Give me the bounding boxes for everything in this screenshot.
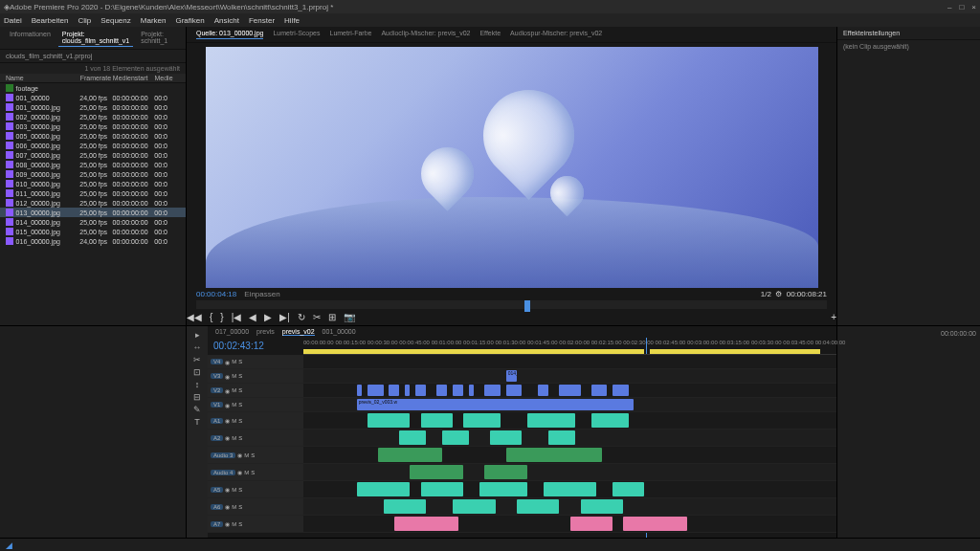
step-back-button[interactable]: ◀	[249, 312, 256, 322]
menu-bearbeiten[interactable]: Bearbeiten	[32, 16, 69, 25]
timecode-in[interactable]: 00:00:04:18	[196, 290, 236, 298]
new-item-icon[interactable]: ◢	[6, 540, 12, 550]
track-header[interactable]: V4◉MS	[208, 355, 303, 369]
audio-clip[interactable]	[394, 517, 458, 531]
menu-ansicht[interactable]: Ansicht	[214, 16, 239, 25]
bin-row[interactable]: 016_00000.jpg24,00 fps00:00:00:0000:0	[0, 236, 186, 246]
bin-row[interactable]: 001_0000024,00 fps00:00:00:0000:0	[0, 93, 186, 102]
seq-tab-3[interactable]: 001_00000	[323, 328, 356, 336]
export-frame-button[interactable]: 📷	[344, 312, 355, 322]
video-clip[interactable]	[415, 385, 426, 396]
bin-row[interactable]: 006_00000.jpg25,00 fps00:00:00:0000:0	[0, 141, 186, 150]
bin-row[interactable]: 007_00000.jpg25,00 fps00:00:00:0000:0	[0, 150, 186, 160]
video-clip[interactable]	[436, 385, 447, 396]
bin-row[interactable]: 013_00000.jpg25,00 fps00:00:00:0000:0	[0, 208, 186, 217]
video-clip[interactable]	[559, 385, 580, 396]
audio-clip[interactable]	[490, 430, 522, 445]
bin-row[interactable]: 012_00000.jpg25,00 fps00:00:00:0000:0	[0, 198, 186, 208]
video-clip[interactable]	[612, 385, 629, 396]
audio-clip[interactable]	[517, 499, 560, 514]
razor-tool[interactable]: ⊡	[193, 367, 201, 377]
audio-clip[interactable]	[548, 430, 575, 445]
audio-clip[interactable]	[544, 482, 597, 496]
track-header[interactable]: A1◉MS	[208, 412, 303, 430]
go-out-button[interactable]: ↻	[298, 312, 305, 322]
bin-row[interactable]: 010_00000.jpg25,00 fps00:00:00:0000:0	[0, 179, 186, 188]
bin-row[interactable]: 001_00000.jpg25,00 fps00:00:00:0000:0	[0, 102, 186, 112]
timeline-lanes[interactable]: 014_0000previs_02_v003.w	[303, 355, 836, 538]
tab-effects[interactable]: Effekte	[479, 30, 501, 39]
fit-dropdown[interactable]: Einpassen	[244, 290, 279, 298]
selection-tool[interactable]: ▸	[195, 330, 200, 340]
bin-row[interactable]: 014_00000.jpg25,00 fps00:00:00:0000:0	[0, 217, 186, 227]
tab-source[interactable]: Quelle: 013_00000.jpg	[196, 30, 263, 39]
timeline-playhead[interactable]	[646, 338, 647, 354]
bin-row[interactable]: 005_00000.jpg25,00 fps00:00:00:0000:0	[0, 131, 186, 141]
video-clip[interactable]: previs_02_v003.w	[357, 399, 635, 410]
audio-clip[interactable]	[410, 465, 463, 479]
insert-button[interactable]: ✂	[313, 312, 321, 322]
hand-tool[interactable]: ✎	[193, 405, 201, 414]
master-timecode[interactable]: 00:02:43:12	[208, 338, 303, 354]
menu-clip[interactable]: Clip	[78, 16, 91, 25]
settings-icon[interactable]: ⚙	[775, 290, 782, 298]
overwrite-button[interactable]: ⊞	[328, 312, 336, 322]
type-tool[interactable]: T	[194, 417, 200, 427]
bin-row[interactable]: 009_00000.jpg25,00 fps00:00:00:0000:0	[0, 169, 186, 179]
audio-clip[interactable]	[570, 517, 613, 531]
menu-marken[interactable]: Marken	[141, 16, 167, 25]
audio-clip[interactable]	[581, 499, 624, 514]
video-clip[interactable]	[357, 385, 363, 396]
in-bracket-button[interactable]: {	[210, 312, 212, 322]
pen-tool[interactable]: ⊟	[193, 392, 201, 402]
audio-clip[interactable]	[421, 413, 453, 428]
track-header[interactable]: V1◉MS	[208, 398, 303, 412]
audio-clip[interactable]	[479, 482, 527, 496]
audio-clip[interactable]	[421, 482, 464, 496]
audio-clip[interactable]	[463, 413, 501, 428]
menu-grafiken[interactable]: Grafiken	[175, 16, 204, 25]
menu-datei[interactable]: Datei	[4, 16, 22, 25]
tab-project2[interactable]: Projekt: schnitt_1	[137, 29, 180, 47]
track-header[interactable]: A5◉MS	[208, 481, 303, 498]
tab-audioclip-mixer[interactable]: Audioclip-Mischer: previs_v02	[381, 30, 470, 39]
video-clip[interactable]	[484, 385, 501, 396]
seq-tab-1[interactable]: previs	[256, 328, 275, 336]
play-button[interactable]: ▶	[264, 312, 272, 322]
audio-clip[interactable]	[357, 482, 411, 496]
bin-row[interactable]: 008_00000.jpg25,00 fps00:00:00:0000:0	[0, 160, 186, 169]
tab-project[interactable]: Projekt: clouds_film_schnitt_v1	[58, 29, 133, 47]
timeline-ruler[interactable]: 00:00:00:0000:00:15:0000:00:30:0000:00:4…	[303, 338, 836, 355]
go-in-button[interactable]: |◀	[232, 312, 242, 322]
audio-clip[interactable]	[612, 482, 644, 496]
tab-info[interactable]: Informationen	[6, 29, 55, 47]
ripple-tool[interactable]: ✂	[193, 355, 201, 364]
audio-clip[interactable]	[591, 413, 629, 428]
audio-clip[interactable]	[453, 499, 496, 514]
bin-row[interactable]: footage	[0, 83, 186, 93]
audio-clip[interactable]	[384, 499, 427, 514]
track-select-tool[interactable]: ↔	[193, 342, 202, 352]
seq-tab-0[interactable]: 017_00000	[215, 328, 249, 336]
bin-list[interactable]: footage001_0000024,00 fps00:00:00:0000:0…	[0, 83, 186, 246]
track-header[interactable]: V2◉MS	[208, 384, 303, 398]
maximize-button[interactable]: □	[959, 3, 964, 11]
step-fwd-button[interactable]: ▶|	[279, 312, 290, 322]
bin-row[interactable]: 003_00000.jpg25,00 fps00:00:00:0000:0	[0, 121, 186, 131]
menu-sequenz[interactable]: Sequenz	[100, 16, 131, 25]
slip-tool[interactable]: ↕	[195, 380, 200, 389]
track-header[interactable]: Audio 3◉MS	[208, 447, 303, 464]
menu-fenster[interactable]: Fenster	[249, 16, 275, 25]
tab-audiotrack-mixer[interactable]: Audiospur-Mischer: previs_v02	[510, 30, 602, 39]
audio-clip[interactable]	[368, 413, 411, 428]
audio-clip[interactable]	[506, 448, 602, 462]
tab-lumetri-color[interactable]: Lumetri-Farbe	[329, 30, 371, 39]
video-clip[interactable]	[591, 385, 608, 396]
audio-clip[interactable]	[527, 413, 575, 428]
seq-tab-2[interactable]: previs_v02	[282, 328, 315, 336]
video-clip[interactable]: 014_0000	[506, 370, 517, 382]
playhead-icon[interactable]	[524, 300, 530, 312]
scrub-bar[interactable]	[196, 300, 827, 309]
audio-clip[interactable]	[484, 465, 527, 479]
track-header[interactable]: V3◉MS	[208, 369, 303, 384]
